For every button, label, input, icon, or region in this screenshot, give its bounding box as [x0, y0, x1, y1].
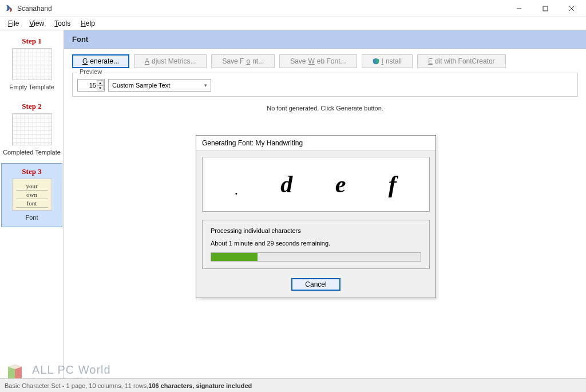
step-title: Step 3	[3, 167, 61, 176]
dialog-title: Generating Font: My Handwriting	[196, 136, 435, 151]
menu-file[interactable]: File	[3, 18, 23, 29]
sample-text-combo[interactable]: Custom Sample Text	[108, 79, 211, 92]
progress-remaining: About 1 minute and 29 seconds remaining.	[211, 240, 421, 247]
progress-fill	[211, 253, 258, 261]
minimize-button[interactable]	[506, 0, 532, 17]
step-title: Step 1	[3, 37, 61, 46]
font-thumb: your own font	[12, 179, 52, 211]
glyph-preview: . d e f	[202, 157, 430, 212]
save-web-font-button[interactable]: Save Web Font...	[279, 54, 357, 68]
adjust-metrics-button[interactable]: Adjust Metrics...	[134, 54, 207, 68]
menu-view[interactable]: View	[25, 18, 49, 29]
status-text-prefix: Basic Character Set - 1 page, 10 columns…	[5, 382, 148, 389]
maximize-button[interactable]	[532, 0, 559, 17]
status-text-bold: 106 characters, signature included	[148, 382, 252, 389]
svg-rect-1	[543, 6, 548, 11]
save-font-button[interactable]: Save Font...	[211, 54, 275, 68]
shield-icon	[373, 58, 379, 65]
completed-template-thumb	[12, 113, 52, 145]
window-title: Scanahand	[17, 5, 506, 13]
step-label: Font	[3, 214, 61, 221]
generating-dialog: Generating Font: My Handwriting . d e f …	[196, 135, 436, 298]
no-font-message: No font generated. Click Generate button…	[64, 105, 586, 112]
sidebar-step-1[interactable]: Step 1 Empty Template	[1, 33, 62, 97]
menu-help[interactable]: Help	[76, 18, 100, 29]
app-icon	[5, 4, 14, 13]
steps-sidebar: Step 1 Empty Template Step 2 Completed T…	[0, 30, 64, 378]
generate-button[interactable]: Generate...	[72, 54, 129, 68]
empty-template-thumb	[12, 48, 52, 80]
progress-bar	[211, 252, 421, 262]
step-label: Empty Template	[3, 84, 61, 90]
progress-panel: Processing individual characters About 1…	[202, 220, 430, 269]
step-title: Step 2	[3, 102, 61, 111]
close-button[interactable]	[559, 0, 585, 17]
sidebar-step-3[interactable]: Step 3 your own font Font	[1, 163, 62, 227]
progress-status: Processing individual characters	[211, 227, 421, 234]
section-title: Font	[64, 30, 586, 49]
sidebar-step-2[interactable]: Step 2 Completed Template	[1, 98, 62, 162]
edit-fontcreator-button[interactable]: Edit with FontCreator	[417, 54, 506, 68]
install-button[interactable]: Install	[362, 54, 413, 68]
menubar: File View Tools Help	[0, 17, 586, 30]
statusbar: Basic Character Set - 1 page, 10 columns…	[0, 378, 586, 392]
toolbar: Generate... Adjust Metrics... Save Font.…	[64, 49, 586, 70]
step-label: Completed Template	[3, 149, 61, 156]
preview-legend: Preview	[77, 68, 104, 75]
font-size-spinner[interactable]: 15 ▲▼	[77, 79, 105, 92]
font-size-value: 15	[89, 82, 96, 89]
cancel-button[interactable]: Cancel	[291, 278, 340, 291]
preview-group: Preview 15 ▲▼ Custom Sample Text	[72, 73, 578, 97]
spinner-up-icon[interactable]: ▲	[97, 80, 104, 85]
menu-tools[interactable]: Tools	[50, 18, 75, 29]
window-titlebar: Scanahand	[0, 0, 586, 17]
spinner-down-icon[interactable]: ▼	[97, 85, 104, 90]
